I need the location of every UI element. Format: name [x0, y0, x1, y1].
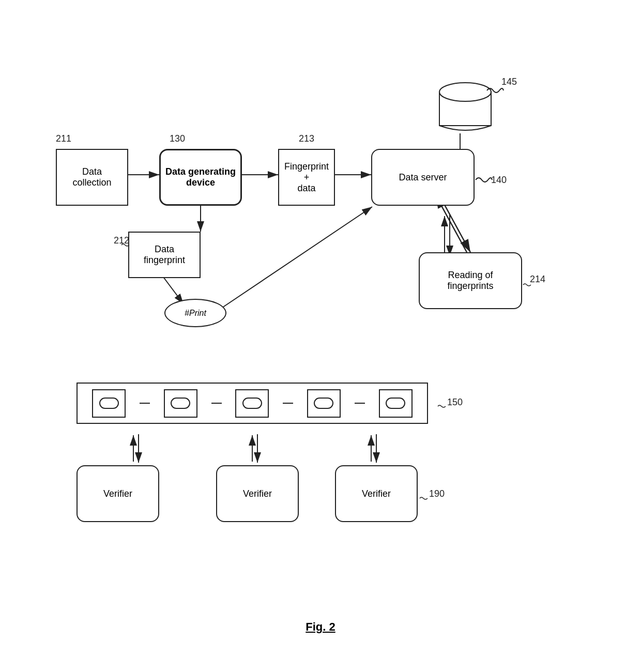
- chain-link-3: [242, 398, 262, 409]
- data-generating-label: Data generating device: [165, 166, 236, 188]
- figure-label: Fig. 2: [253, 620, 388, 634]
- ref-150: 150: [447, 397, 463, 408]
- data-fingerprint-box: Data fingerprint: [128, 232, 201, 278]
- fingerprint-data-label: Fingerprint + data: [284, 161, 329, 194]
- arrows-overlay: [0, 0, 641, 672]
- ref-190: 190: [429, 488, 445, 499]
- chain-block-1: [92, 389, 126, 418]
- fingerprint-data-box: Fingerprint + data: [278, 149, 335, 206]
- ref-145: 145: [501, 77, 517, 87]
- data-collection-label: Data collection: [72, 166, 111, 188]
- ref-214: 214: [530, 274, 545, 285]
- svg-point-21: [439, 83, 491, 101]
- verifier3-box: Verifier: [335, 465, 418, 522]
- chain-link-5: [386, 398, 405, 409]
- ref-211: 211: [56, 133, 71, 144]
- squig-190: [419, 495, 429, 501]
- squig-150: [437, 403, 447, 409]
- chain-connector-1: [140, 403, 150, 404]
- data-fingerprint-label: Data fingerprint: [144, 244, 185, 266]
- hash-print-ellipse: #Print: [164, 299, 226, 327]
- verifier1-label: Verifier: [103, 488, 132, 499]
- data-collection-box: Data collection: [56, 149, 128, 206]
- ref-140: 140: [491, 175, 507, 186]
- chain-connector-4: [355, 403, 365, 404]
- database-cylinder: [434, 77, 496, 133]
- diagram: Data collection 211 Data generating devi…: [0, 0, 641, 672]
- ref-213: 213: [299, 133, 314, 144]
- diagonal-arrows: [0, 0, 641, 672]
- ref-130: 130: [170, 133, 185, 144]
- reading-fingerprints-label: Reading of fingerprints: [447, 270, 493, 292]
- squig-140: [475, 175, 493, 185]
- hash-print-label: #Print: [185, 309, 206, 318]
- svg-line-7: [222, 207, 372, 308]
- verifier3-label: Verifier: [362, 488, 391, 499]
- chain-connector-2: [211, 403, 222, 404]
- db-to-server-line: [459, 133, 461, 150]
- chain-link-1: [99, 398, 119, 409]
- reading-fingerprints-box: Reading of fingerprints: [419, 252, 522, 309]
- data-generating-box: Data generating device: [159, 149, 242, 206]
- chain-connector-3: [283, 403, 293, 404]
- chain-block-3: [235, 389, 269, 418]
- verifier1-box: Verifier: [77, 465, 159, 522]
- blockchain-container: [77, 383, 428, 424]
- chain-link-4: [314, 398, 333, 409]
- verifier2-label: Verifier: [243, 488, 272, 499]
- data-server-label: Data server: [399, 172, 447, 183]
- chain-block-2: [164, 389, 197, 418]
- chain-link-2: [171, 398, 190, 409]
- verifier2-box: Verifier: [216, 465, 299, 522]
- data-server-box: Data server: [371, 149, 475, 206]
- chain-block-5: [379, 389, 413, 418]
- chain-block-4: [307, 389, 341, 418]
- ref-212: 212: [114, 235, 129, 246]
